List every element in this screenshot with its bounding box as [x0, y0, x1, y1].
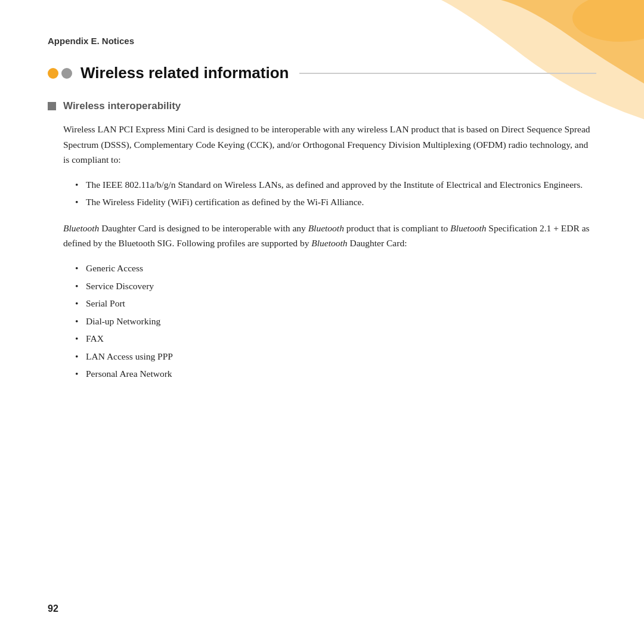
list-item: Personal Area Network	[75, 366, 596, 382]
p2-text-5: Daughter Card:	[348, 238, 407, 248]
page-number: 92	[48, 603, 58, 614]
subsection-wireless-interop: Wireless interoperability Wireless LAN P…	[48, 100, 596, 382]
list-item: LAN Access using PPP	[75, 349, 596, 364]
subsection-square-icon	[48, 102, 56, 110]
appendix-header: Appendix E. Notices	[48, 36, 596, 46]
list-item: Dial-up Networking	[75, 314, 596, 329]
section-title-row: Wireless related information	[48, 64, 596, 82]
bullet-list-2: Generic Access Service Discovery Serial …	[75, 261, 596, 382]
gray-circle-icon	[61, 68, 72, 79]
paragraph-1: Wireless LAN PCI Express Mini Card is de…	[63, 122, 596, 168]
p2-text-3: product that is compliant to	[344, 223, 450, 233]
list-item: Service Discovery	[75, 278, 596, 294]
orange-circle-icon	[48, 68, 58, 79]
list-item: FAX	[75, 331, 596, 346]
subsection-title: Wireless interoperability	[63, 100, 181, 112]
list-item: The Wireless Fidelity (WiFi) certificati…	[75, 194, 596, 210]
paragraph-2: Bluetooth Daughter Card is designed to b…	[63, 221, 596, 251]
bluetooth-italic-4: Bluetooth	[311, 238, 347, 248]
bluetooth-italic-2: Bluetooth	[308, 223, 344, 233]
p2-text-2: Daughter Card is designed to be interope…	[99, 223, 308, 233]
bluetooth-italic-1: Bluetooth	[63, 223, 99, 233]
list-item: Generic Access	[75, 261, 596, 276]
title-icons	[48, 68, 72, 79]
section-title: Wireless related information	[80, 64, 289, 82]
subsection-title-row: Wireless interoperability	[48, 100, 596, 112]
list-item: Serial Port	[75, 296, 596, 311]
bullet-list-1: The IEEE 802.11a/b/g/n Standard on Wirel…	[75, 177, 596, 210]
title-divider	[299, 73, 596, 74]
bluetooth-italic-3: Bluetooth	[450, 223, 486, 233]
page-content: Appendix E. Notices Wireless related inf…	[0, 0, 644, 429]
list-item: The IEEE 802.11a/b/g/n Standard on Wirel…	[75, 177, 596, 193]
